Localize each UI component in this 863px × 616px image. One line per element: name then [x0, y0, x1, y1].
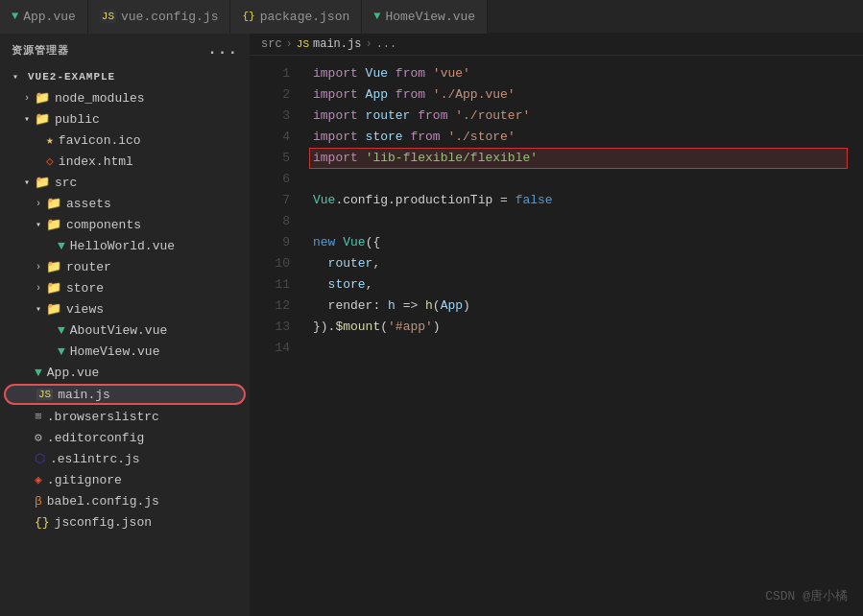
root-label: VUE2-EXAMPLE: [28, 71, 250, 83]
tree-root[interactable]: VUE2-EXAMPLE: [0, 66, 250, 87]
folder-icon: 📁: [46, 280, 61, 296]
tab-label: package.json: [260, 10, 350, 24]
code-line: router,: [313, 253, 848, 274]
folder-icon: 📁: [46, 217, 61, 232]
sidebar-item-favicon[interactable]: ★ favicon.ico: [0, 130, 250, 151]
tab-bar: ▼ App.vue JS vue.config.js {} package.js…: [0, 0, 863, 34]
sidebar-item-homeview[interactable]: ▼ HomeView.vue: [0, 341, 250, 362]
sidebar-item-src[interactable]: 📁 src: [0, 172, 250, 193]
item-label: .eslintrc.js: [50, 452, 250, 466]
chevron-icon: [31, 303, 46, 315]
sidebar-item-aboutview[interactable]: ▼ AboutView.vue: [0, 320, 250, 341]
vue-icon: ▼: [373, 10, 380, 23]
chevron-icon: [19, 93, 35, 104]
gear-icon: ⚙: [35, 430, 42, 445]
breadcrumb-context: ...: [376, 37, 397, 51]
item-label: babel.config.js: [47, 494, 250, 509]
item-label: main.js: [58, 388, 244, 402]
breadcrumb-src: src: [261, 37, 282, 51]
watermark: CSDN @唐小橘: [765, 587, 848, 604]
sidebar-item-components[interactable]: 📁 components: [0, 214, 250, 235]
code-line: [313, 338, 848, 359]
vue-icon: ▼: [12, 10, 18, 23]
tab-vue-config-js[interactable]: JS vue.config.js: [88, 0, 231, 34]
chevron-icon: [31, 283, 46, 294]
code-line: new Vue({: [313, 232, 848, 253]
line-numbers: 1234567891011121314: [250, 63, 298, 608]
json-icon: {}: [35, 515, 50, 530]
sidebar: 资源管理器 ... VUE2-EXAMPLE 📁 node_modules: [0, 34, 250, 616]
item-label: .editorconfig: [47, 431, 250, 445]
code-line: render: h => h(App): [313, 296, 848, 317]
item-label: HelloWorld.vue: [70, 239, 250, 253]
sidebar-more-button[interactable]: ...: [207, 41, 238, 59]
chevron-icon: [8, 71, 23, 83]
tab-package-json[interactable]: {} package.json: [230, 0, 362, 34]
item-label: AboutView.vue: [70, 323, 250, 338]
vue-icon: ▼: [58, 344, 65, 359]
sidebar-item-index-html[interactable]: ◇ index.html: [0, 151, 250, 172]
folder-icon: 📁: [46, 259, 61, 274]
folder-icon: 📁: [46, 196, 61, 211]
code-line: [313, 211, 848, 232]
json-icon: {}: [242, 11, 254, 22]
html-icon: ◇: [46, 154, 54, 169]
code-content: import Vue from 'vue'import App from './…: [298, 63, 863, 608]
sidebar-item-main-js[interactable]: JS main.js: [4, 384, 246, 405]
sidebar-item-editorconfig[interactable]: ⚙ .editorconfig: [0, 427, 250, 448]
sidebar-item-gitignore[interactable]: ◈ .gitignore: [0, 469, 250, 490]
breadcrumb: src › JS main.js › ...: [250, 34, 863, 56]
item-label: router: [66, 260, 250, 274]
item-label: App.vue: [47, 366, 250, 380]
folder-icon: 📁: [46, 301, 61, 317]
item-label: favicon.ico: [59, 133, 250, 148]
editor-area: src › JS main.js › ... 12345678910111213…: [250, 34, 863, 616]
tab-app-vue[interactable]: ▼ App.vue: [0, 0, 88, 34]
sidebar-item-jsconfig[interactable]: {} jsconfig.json: [0, 511, 250, 533]
folder-icon: 📁: [35, 90, 50, 106]
breadcrumb-sep: ›: [286, 37, 293, 51]
sidebar-item-eslintrc[interactable]: ⬡ .eslintrc.js: [0, 448, 250, 469]
sidebar-item-node-modules[interactable]: 📁 node_modules: [0, 87, 250, 108]
babel-icon: β: [35, 494, 42, 509]
sidebar-item-public[interactable]: 📁 public: [0, 108, 250, 130]
js-icon: JS: [100, 10, 116, 23]
sidebar-item-router[interactable]: 📁 router: [0, 256, 250, 277]
code-editor[interactable]: 1234567891011121314 import Vue from 'vue…: [250, 56, 863, 616]
star-icon: ★: [46, 132, 54, 148]
sidebar-item-helloworld[interactable]: ▼ HelloWorld.vue: [0, 235, 250, 256]
js-icon: JS: [297, 38, 309, 50]
code-line: [313, 169, 848, 190]
item-label: assets: [66, 197, 250, 211]
tab-homeview-vue[interactable]: ▼ HomeView.vue: [362, 0, 488, 34]
code-line: store,: [313, 274, 848, 296]
vue-icon: ▼: [58, 323, 65, 338]
item-label: jsconfig.json: [55, 515, 250, 530]
folder-icon: 📁: [35, 111, 50, 127]
chevron-icon: [31, 262, 46, 272]
sidebar-item-assets[interactable]: 📁 assets: [0, 193, 250, 214]
tab-label: App.vue: [23, 10, 76, 24]
item-label: views: [66, 302, 250, 317]
sidebar-item-browserslistrc[interactable]: ≡ .browserslistrc: [0, 406, 250, 427]
sidebar-item-babel[interactable]: β babel.config.js: [0, 490, 250, 511]
sidebar-item-app-vue[interactable]: ▼ App.vue: [0, 362, 250, 383]
code-line: }).$mount('#app'): [313, 317, 848, 338]
breadcrumb-file: main.js: [313, 37, 361, 51]
chevron-icon: [19, 177, 35, 188]
vue-icon: ▼: [35, 366, 42, 380]
chevron-icon: [31, 219, 46, 230]
sidebar-item-store[interactable]: 📁 store: [0, 277, 250, 298]
item-label: src: [55, 176, 250, 190]
chevron-icon: [31, 199, 46, 209]
item-label: public: [55, 112, 250, 127]
sidebar-header: 资源管理器 ...: [0, 34, 250, 66]
folder-icon: 📁: [35, 175, 50, 190]
browser-icon: ≡: [35, 410, 42, 424]
code-line: import 'lib-flexible/flexible': [309, 148, 848, 169]
code-line: import router from './router': [313, 106, 848, 127]
sidebar-item-views[interactable]: 📁 views: [0, 298, 250, 320]
chevron-icon: [19, 113, 35, 125]
item-label: .browserslistrc: [47, 410, 250, 424]
code-line: import store from './store': [313, 127, 848, 148]
